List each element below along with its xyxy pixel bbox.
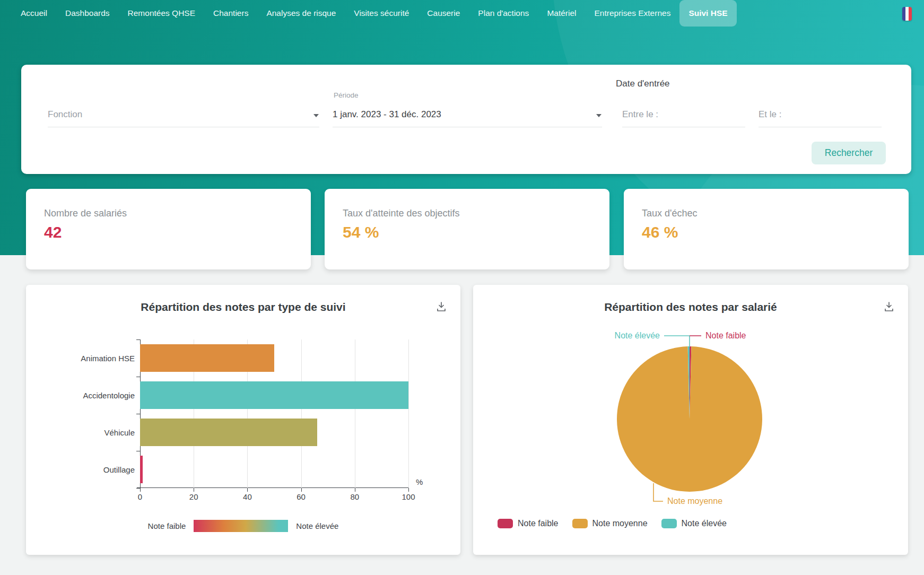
date-et-le-field[interactable]: Et le : xyxy=(759,109,882,127)
legend-low-label: Note faible xyxy=(148,521,186,530)
download-icon[interactable] xyxy=(434,300,449,315)
legend-swatch xyxy=(572,519,588,528)
bar-category-label-v-hicule: Véhicule xyxy=(26,414,135,451)
french-flag-icon[interactable] xyxy=(902,7,912,21)
y-tick xyxy=(136,377,140,377)
x-tick xyxy=(301,488,302,492)
legend-item-note-lev-e: Note élevée xyxy=(661,519,727,528)
flag-stripe xyxy=(909,7,912,21)
stat-value: 54 % xyxy=(343,223,609,241)
x-tick xyxy=(194,488,194,492)
nav-item-visites-s-curit[interactable]: Visites sécurité xyxy=(345,0,418,27)
et-le-placeholder: Et le : xyxy=(759,109,781,120)
legend-high-label: Note élevée xyxy=(296,521,338,530)
pie-chart-title: Répartition des notes par salarié xyxy=(473,301,908,313)
download-icon xyxy=(435,300,448,313)
x-tick xyxy=(355,488,355,492)
bar-outillage xyxy=(140,456,143,483)
nav-item-plan-d-actions[interactable]: Plan d'actions xyxy=(469,0,538,27)
gridline xyxy=(355,339,355,488)
fonction-select[interactable]: Fonction xyxy=(48,109,319,127)
bar-category-labels: Animation HSEAccidentologieVéhiculeOutil… xyxy=(26,339,135,488)
top-nav: AccueilDashboardsRemontées QHSEChantiers… xyxy=(0,0,924,27)
stat-value: 46 % xyxy=(642,223,909,241)
bar-animation-hse xyxy=(140,344,274,372)
periode-label: Période xyxy=(334,91,359,99)
bar-plot-area: 020406080100 xyxy=(140,339,408,488)
nav-item-analyses-de-risque[interactable]: Analyses de risque xyxy=(257,0,345,27)
nav-item-causerie[interactable]: Causerie xyxy=(418,0,469,27)
legend-label: Note moyenne xyxy=(592,519,648,528)
bar-chart-title: Répartition des notes par type de suivi xyxy=(26,301,460,313)
x-tick xyxy=(408,488,409,492)
callout-label-note-moyenne: Note moyenne xyxy=(667,496,722,506)
nav-item-dashboards[interactable]: Dashboards xyxy=(56,0,119,27)
bar-chart-card: Répartition des notes par type de suivi … xyxy=(26,285,460,555)
stat-label: Taux d'atteinte des objectifs xyxy=(343,208,609,219)
periode-value: 1 janv. 2023 - 31 déc. 2023 xyxy=(333,109,441,120)
stat-card-nombre-de-salari-s: Nombre de salariés42 xyxy=(26,189,311,269)
bar-accidentologie xyxy=(140,381,408,409)
date-entree-label: Date d'entrée xyxy=(616,79,670,89)
entre-le-placeholder: Entre le : xyxy=(622,109,658,120)
legend-label: Note faible xyxy=(518,519,559,528)
callout-label-note-elevee: Note élevée xyxy=(615,331,660,340)
x-tick xyxy=(140,488,141,492)
stat-label: Nombre de salariés xyxy=(44,208,311,219)
nav-item-chantiers[interactable]: Chantiers xyxy=(204,0,257,27)
nav-item-mat-riel[interactable]: Matériel xyxy=(538,0,585,27)
bar-chart-legend: Note faible Note élevée xyxy=(26,520,460,532)
nav-item-accueil[interactable]: Accueil xyxy=(12,0,56,27)
y-tick xyxy=(136,414,140,414)
stat-label: Taux d'échec xyxy=(642,208,909,219)
x-tick-label: 40 xyxy=(243,492,252,501)
bar-v-hicule xyxy=(140,419,317,446)
x-tick-label: 100 xyxy=(402,492,415,501)
x-axis-unit-label: % xyxy=(416,477,423,486)
nav-item-entreprises-externes[interactable]: Entreprises Externes xyxy=(586,0,680,27)
legend-item-note-moyenne: Note moyenne xyxy=(572,519,648,528)
filter-panel: Fonction Période 1 janv. 2023 - 31 déc. … xyxy=(21,65,911,174)
pie-chart: Note élevée Note faible Note moyenne xyxy=(473,315,908,516)
legend-item-note-faible: Note faible xyxy=(498,519,559,528)
download-icon xyxy=(883,300,895,313)
date-entre-le-field[interactable]: Entre le : xyxy=(622,109,745,127)
legend-gradient-bar xyxy=(194,520,288,532)
pie-chart-legend: Note faibleNote moyenneNote élevée xyxy=(498,519,740,528)
search-button[interactable]: Rechercher xyxy=(812,142,886,164)
periode-select[interactable]: 1 janv. 2023 - 31 déc. 2023 xyxy=(333,109,602,127)
gridline xyxy=(301,339,302,488)
legend-label: Note élevée xyxy=(682,519,727,528)
pie-chart-card: Répartition des notes par salarié Note é… xyxy=(473,285,908,555)
x-tick-label: 20 xyxy=(189,492,198,501)
bar-category-label-accidentologie: Accidentologie xyxy=(26,377,135,414)
stat-card-taux-d-atteinte-des-objectifs: Taux d'atteinte des objectifs54 % xyxy=(325,189,609,269)
download-icon[interactable] xyxy=(882,300,896,315)
legend-swatch xyxy=(661,519,677,528)
x-tick-label: 0 xyxy=(138,492,142,501)
stat-value: 42 xyxy=(44,223,311,241)
x-tick-label: 80 xyxy=(350,492,359,501)
callout-label-note-faible: Note faible xyxy=(705,331,746,340)
bar-category-label-outillage: Outillage xyxy=(26,451,135,488)
x-tick-label: 60 xyxy=(297,492,306,501)
stat-card-taux-d-chec: Taux d'échec46 % xyxy=(624,189,909,269)
bar-category-label-animation-hse: Animation HSE xyxy=(26,339,135,377)
nav-item-remont-es-qhse[interactable]: Remontées QHSE xyxy=(119,0,205,27)
fonction-placeholder: Fonction xyxy=(48,109,82,120)
legend-swatch xyxy=(498,519,513,528)
chevron-down-icon xyxy=(596,114,602,118)
y-tick xyxy=(136,339,140,340)
gridline xyxy=(408,339,409,488)
chevron-down-icon xyxy=(313,114,319,118)
x-axis-line xyxy=(137,487,408,488)
x-tick xyxy=(247,488,248,492)
y-tick xyxy=(136,451,140,451)
nav-item-suivi-hse[interactable]: Suivi HSE xyxy=(679,0,736,27)
y-tick xyxy=(136,488,140,489)
